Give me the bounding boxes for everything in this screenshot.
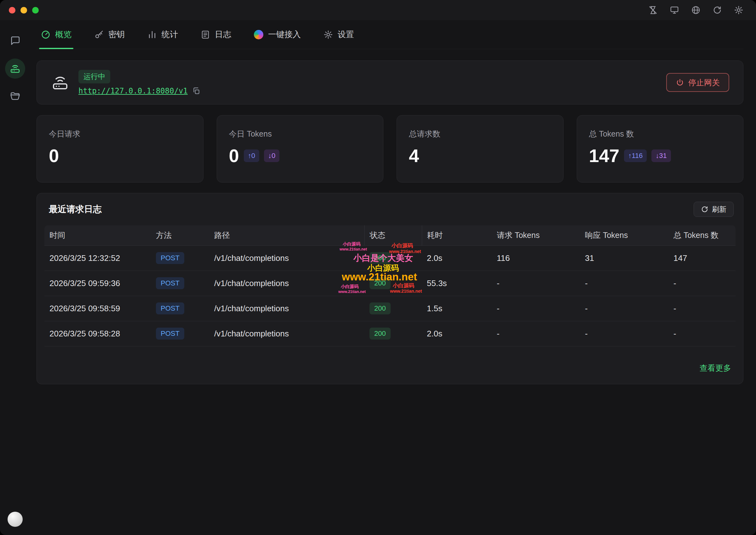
traffic-lights [9, 7, 39, 14]
sidebar-item-chat[interactable] [5, 31, 25, 51]
gateway-url-link[interactable]: http://127.0.0.1:8080/v1 [78, 87, 188, 95]
gateway-url-row: http://127.0.0.1:8080/v1 [78, 87, 200, 95]
log-status: 200 [364, 271, 422, 296]
table-row: 2026/3/25 09:58:59POST/v1/chat/completio… [45, 296, 736, 321]
status-code-badge: 200 [370, 302, 391, 314]
method-badge: POST [156, 252, 184, 264]
view-more-link[interactable]: 查看更多 [700, 363, 731, 372]
copy-icon[interactable] [192, 87, 200, 95]
close-button[interactable] [9, 7, 15, 14]
sidebar [0, 20, 30, 535]
column-header-total-tokens: 总 Tokens 数 [668, 225, 736, 245]
tab-settings[interactable]: 设置 [323, 20, 354, 49]
stat-value: 0 [229, 147, 239, 165]
status-code-badge: 200 [370, 252, 391, 264]
refresh-label: 刷新 [712, 205, 726, 214]
method-badge: POST [156, 277, 184, 289]
log-total-tokens: 147 [668, 245, 736, 271]
method-badge: POST [156, 302, 184, 314]
gateway-status-card: 运行中 http://127.0.0.1:8080/v1 停 [37, 60, 743, 104]
status-code-badge: 200 [370, 277, 391, 289]
tab-keys[interactable]: 密钥 [94, 20, 125, 49]
log-request-tokens: - [492, 296, 580, 321]
zoom-button[interactable] [32, 7, 39, 14]
log-total-tokens: - [668, 271, 736, 296]
stat-value: 147 [589, 147, 620, 165]
log-total-tokens: - [668, 296, 736, 321]
log-status: 200 [364, 296, 422, 321]
log-status: 200 [364, 321, 422, 346]
column-header-method: 方法 [151, 225, 209, 245]
sidebar-item-gateway[interactable] [5, 59, 25, 79]
stat-card-today-tokens: 今日 Tokens 0 ↑0 ↓0 [217, 115, 384, 183]
tokens-down-badge: ↓31 [651, 150, 671, 162]
stop-gateway-button[interactable]: 停止网关 [666, 73, 729, 92]
refresh-button[interactable]: 刷新 [694, 202, 734, 217]
status-code-badge: 200 [370, 327, 391, 340]
tab-label: 设置 [338, 29, 354, 40]
column-header-path: 路径 [209, 225, 364, 245]
tab-logs[interactable]: 日志 [201, 20, 231, 49]
stat-card-total-requests: 总请求数 4 [397, 115, 563, 183]
stat-value: 4 [409, 147, 419, 165]
router-icon [51, 74, 69, 91]
tab-label: 概览 [55, 29, 72, 40]
display-icon[interactable] [670, 5, 679, 15]
folder-icon [10, 91, 20, 102]
hourglass-off-icon[interactable] [648, 5, 658, 15]
refresh-icon[interactable] [712, 5, 722, 15]
stat-label: 总 Tokens 数 [589, 129, 731, 139]
log-table: 时间 方法 路径 状态 耗时 请求 Tokens 响应 Tokens 总 Tok… [45, 225, 736, 347]
column-header-response-tokens: 响应 Tokens [580, 225, 668, 245]
tab-label: 日志 [215, 29, 231, 40]
globe-icon[interactable] [691, 5, 701, 15]
log-total-tokens: - [668, 321, 736, 346]
log-response-tokens: - [580, 321, 668, 346]
titlebar [0, 0, 756, 20]
log-path: /v1/chat/completions [209, 271, 364, 296]
tab-oneclick[interactable]: 一键接入 [254, 20, 301, 49]
main-content: 概览 密钥 统计 日志 [30, 20, 756, 535]
log-duration: 2.0s [422, 321, 492, 346]
log-request-tokens: - [492, 271, 580, 296]
oneclick-logo-icon [254, 30, 263, 39]
log-time: 2026/3/25 09:59:36 [45, 271, 151, 296]
log-duration: 55.3s [422, 271, 492, 296]
log-duration: 1.5s [422, 296, 492, 321]
app-window: 概览 密钥 统计 日志 [0, 0, 756, 535]
tab-stats[interactable]: 统计 [147, 20, 178, 49]
gear-icon [323, 30, 333, 39]
column-header-request-tokens: 请求 Tokens [492, 225, 580, 245]
tokens-up-badge: ↑116 [624, 150, 647, 162]
key-icon [94, 30, 104, 39]
log-table-body: 2026/3/25 12:32:52POST/v1/chat/completio… [45, 245, 736, 346]
bar-chart-icon [147, 30, 157, 39]
log-status: 200 [364, 245, 422, 271]
tab-label: 统计 [162, 29, 178, 40]
refresh-icon [701, 206, 709, 213]
log-method: POST [151, 271, 209, 296]
stat-value: 0 [49, 147, 59, 165]
stats-row: 今日请求 0 今日 Tokens 0 ↑0 ↓0 总请求数 [37, 115, 743, 183]
user-avatar[interactable] [8, 512, 23, 527]
router-icon [10, 63, 20, 74]
app-body: 概览 密钥 统计 日志 [0, 20, 756, 535]
column-header-time: 时间 [45, 225, 151, 245]
log-method: POST [151, 245, 209, 271]
sidebar-item-files[interactable] [5, 86, 25, 106]
stat-label: 今日请求 [49, 129, 191, 139]
gear-icon[interactable] [734, 5, 743, 15]
tab-bar: 概览 密钥 统计 日志 [37, 20, 743, 49]
logs-title: 最近请求日志 [49, 203, 102, 215]
tokens-down-badge: ↓0 [264, 150, 279, 162]
minimize-button[interactable] [20, 7, 27, 14]
power-icon [676, 78, 684, 87]
stat-card-total-tokens: 总 Tokens 数 147 ↑116 ↓31 [577, 115, 744, 183]
column-header-status: 状态 [364, 225, 422, 245]
table-row: 2026/3/25 09:59:36POST/v1/chat/completio… [45, 271, 736, 296]
log-request-tokens: - [492, 321, 580, 346]
column-header-duration: 耗时 [422, 225, 492, 245]
tab-overview[interactable]: 概览 [41, 20, 72, 49]
tab-label: 一键接入 [268, 29, 301, 40]
gateway-status-badge: 运行中 [78, 70, 110, 83]
